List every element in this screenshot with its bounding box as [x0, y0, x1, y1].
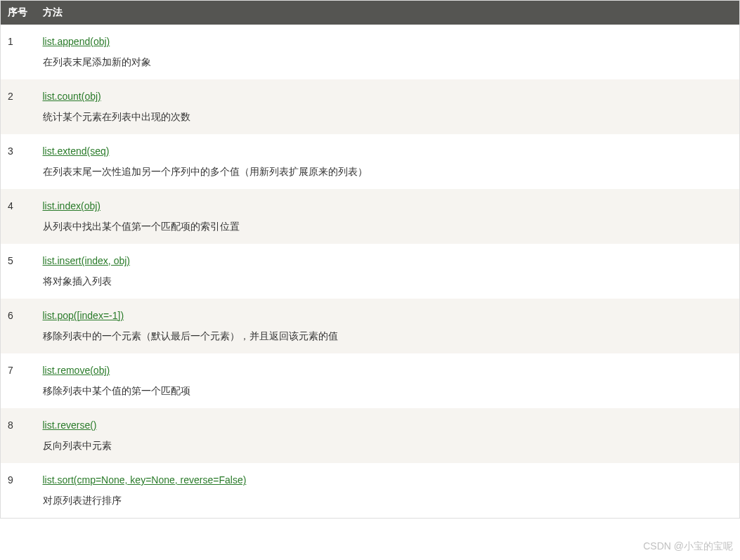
header-col-method: 方法 — [36, 1, 740, 25]
row-content: list.insert(index, obj) 将对象插入列表 — [36, 244, 740, 299]
method-description: 在列表末尾添加新的对象 — [43, 55, 733, 70]
method-description: 统计某个元素在列表中出现的次数 — [43, 110, 733, 124]
method-link[interactable]: list.reverse() — [43, 418, 97, 433]
table-body: 1 list.append(obj) 在列表末尾添加新的对象 2 list.co… — [1, 25, 740, 519]
methods-table: 序号 方法 1 list.append(obj) 在列表末尾添加新的对象 2 l… — [0, 0, 740, 519]
row-content: list.pop([index=-1]) 移除列表中的一个元素（默认最后一个元素… — [36, 299, 740, 353]
table-header: 序号 方法 — [1, 1, 740, 25]
table-row: 5 list.insert(index, obj) 将对象插入列表 — [1, 244, 740, 299]
header-row: 序号 方法 — [1, 1, 740, 25]
row-number: 4 — [1, 189, 36, 244]
row-content: list.remove(obj) 移除列表中某个值的第一个匹配项 — [36, 353, 740, 408]
method-link[interactable]: list.insert(index, obj) — [43, 254, 131, 268]
method-description: 对原列表进行排序 — [43, 493, 733, 508]
row-number: 6 — [1, 299, 36, 353]
row-content: list.count(obj) 统计某个元素在列表中出现的次数 — [36, 79, 740, 134]
table-row: 8 list.reverse() 反向列表中元素 — [1, 408, 740, 463]
row-number: 3 — [1, 134, 36, 189]
method-link[interactable]: list.sort(cmp=None, key=None, reverse=Fa… — [43, 473, 247, 488]
table-row: 1 list.append(obj) 在列表末尾添加新的对象 — [1, 25, 740, 79]
method-description: 移除列表中的一个元素（默认最后一个元素），并且返回该元素的值 — [43, 329, 733, 344]
row-number: 8 — [1, 408, 36, 463]
method-link[interactable]: list.append(obj) — [43, 34, 110, 49]
methods-table-container: 序号 方法 1 list.append(obj) 在列表末尾添加新的对象 2 l… — [0, 0, 740, 519]
method-link[interactable]: list.pop([index=-1]) — [43, 308, 124, 323]
method-description: 在列表末尾一次性追加另一个序列中的多个值（用新列表扩展原来的列表） — [43, 164, 733, 179]
method-link[interactable]: list.remove(obj) — [43, 363, 110, 378]
method-link[interactable]: list.extend(seq) — [43, 144, 110, 159]
method-description: 从列表中找出某个值第一个匹配项的索引位置 — [43, 219, 733, 234]
table-row: 4 list.index(obj) 从列表中找出某个值第一个匹配项的索引位置 — [1, 189, 740, 244]
row-content: list.reverse() 反向列表中元素 — [36, 408, 740, 463]
row-number: 9 — [1, 463, 36, 519]
row-content: list.index(obj) 从列表中找出某个值第一个匹配项的索引位置 — [36, 189, 740, 244]
row-content: list.sort(cmp=None, key=None, reverse=Fa… — [36, 463, 740, 519]
table-row: 7 list.remove(obj) 移除列表中某个值的第一个匹配项 — [1, 353, 740, 408]
row-number: 2 — [1, 79, 36, 134]
row-number: 5 — [1, 244, 36, 299]
header-col-number: 序号 — [1, 1, 36, 25]
row-number: 7 — [1, 353, 36, 408]
table-row: 3 list.extend(seq) 在列表末尾一次性追加另一个序列中的多个值（… — [1, 134, 740, 189]
table-row: 2 list.count(obj) 统计某个元素在列表中出现的次数 — [1, 79, 740, 134]
row-content: list.extend(seq) 在列表末尾一次性追加另一个序列中的多个值（用新… — [36, 134, 740, 189]
table-row: 9 list.sort(cmp=None, key=None, reverse=… — [1, 463, 740, 519]
method-description: 移除列表中某个值的第一个匹配项 — [43, 384, 733, 398]
row-content: list.append(obj) 在列表末尾添加新的对象 — [36, 25, 740, 79]
method-link[interactable]: list.count(obj) — [43, 89, 101, 104]
row-number: 1 — [1, 25, 36, 79]
table-row: 6 list.pop([index=-1]) 移除列表中的一个元素（默认最后一个… — [1, 299, 740, 353]
method-description: 将对象插入列表 — [43, 274, 733, 289]
method-link[interactable]: list.index(obj) — [43, 199, 100, 214]
method-description: 反向列表中元素 — [43, 438, 733, 453]
